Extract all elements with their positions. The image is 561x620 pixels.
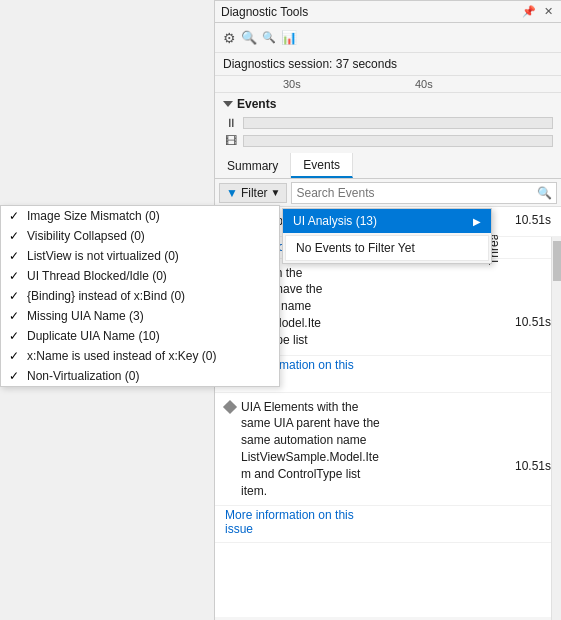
event-row-camera: 🎞 — [223, 133, 553, 149]
panel-titlebar: Diagnostic Tools 📌 ✕ — [215, 1, 561, 23]
no-events-item: No Events to Filter Yet — [285, 235, 489, 261]
filter-button[interactable]: ▼ Filter ▼ — [219, 183, 287, 203]
no-events-label: No Events to Filter Yet — [296, 241, 415, 255]
checklist-item-3[interactable]: ✓ UI Thread Blocked/Idle (0) — [1, 266, 279, 286]
check-icon-4: ✓ — [9, 289, 21, 303]
pause-icon: ⏸ — [223, 115, 239, 131]
content-timestamp-1: 10.51s — [515, 213, 551, 227]
scrollbar-thumb[interactable] — [553, 241, 561, 281]
checklist-item-6[interactable]: ✓ Duplicate UIA Name (10) — [1, 326, 279, 346]
search-box: 🔍 — [291, 182, 557, 204]
content-text-5d: ListViewSample.Model.Ite — [241, 449, 509, 466]
check-icon-6: ✓ — [9, 329, 21, 343]
content-text-5b: same UIA parent have the — [241, 415, 509, 432]
content-text-5a: UIA Elements with the — [241, 399, 509, 416]
tab-summary[interactable]: Summary — [215, 153, 291, 178]
checklist-label-6: Duplicate UIA Name (10) — [27, 329, 160, 343]
check-icon-2: ✓ — [9, 249, 21, 263]
dropdown-menu: UI Analysis (13) ▶ No Events to Filter Y… — [282, 208, 492, 264]
checklist-label-4: {Binding} instead of x:Bind (0) — [27, 289, 185, 303]
chart-icon[interactable]: 📊 — [281, 30, 297, 46]
dropdown-item-ui-analysis[interactable]: UI Analysis (13) ▶ — [283, 209, 491, 233]
checklist-item-0[interactable]: ✓ Image Size Mismatch (0) — [1, 206, 279, 226]
checklist-item-5[interactable]: ✓ Missing UIA Name (3) — [1, 306, 279, 326]
checklist-label-5: Missing UIA Name (3) — [27, 309, 144, 323]
events-header: Events — [223, 97, 553, 111]
event-row-pause: ⏸ — [223, 115, 553, 131]
filter-bar: ▼ Filter ▼ 🔍 — [215, 179, 561, 207]
dropdown-item-ui-analysis-label: UI Analysis (13) — [293, 214, 377, 228]
content-item-6: More information on this issue — [215, 506, 561, 543]
checklist-label-3: UI Thread Blocked/Idle (0) — [27, 269, 167, 283]
events-section: Events ⏸ 🎞 — [215, 93, 561, 153]
ruler-40s: 40s — [415, 78, 433, 90]
collapse-icon[interactable] — [223, 101, 233, 107]
checklist-item-2[interactable]: ✓ ListView is not virtualized (0) — [1, 246, 279, 266]
check-icon-5: ✓ — [9, 309, 21, 323]
session-label: Diagnostics session: 37 seconds — [223, 57, 397, 71]
filter-icon: ▼ — [226, 186, 238, 200]
tab-events[interactable]: Events — [291, 153, 353, 178]
event-bar-1 — [243, 117, 553, 129]
content-timestamp-5: 10.51s — [515, 459, 551, 473]
panel-title: Diagnostic Tools — [221, 5, 308, 19]
zoom-in-icon[interactable]: 🔍 — [241, 30, 257, 46]
checklist-label-0: Image Size Mismatch (0) — [27, 209, 160, 223]
check-icon-8: ✓ — [9, 369, 21, 383]
camera-icon: 🎞 — [223, 133, 239, 149]
filter-dropdown-arrow: ▼ — [271, 187, 281, 198]
close-icon[interactable]: ✕ — [542, 5, 555, 18]
timeline-ruler: 30s 40s — [215, 76, 561, 93]
zoom-out-icon[interactable]: 🔍 — [261, 30, 277, 46]
content-text-5e: m and ControlType list — [241, 466, 509, 483]
checklist-item-4[interactable]: ✓ {Binding} instead of x:Bind (0) — [1, 286, 279, 306]
tab-bar: Summary Events — [215, 153, 561, 179]
check-icon-0: ✓ — [9, 209, 21, 223]
search-icon[interactable]: 🔍 — [537, 186, 552, 200]
event-bar-2 — [243, 135, 553, 147]
check-icon-3: ✓ — [9, 269, 21, 283]
content-text-5c: same automation name — [241, 432, 509, 449]
diamond-icon — [223, 400, 237, 414]
scrollbar-track[interactable] — [551, 237, 561, 620]
content-item-row-5: UIA Elements with the same UIA parent ha… — [225, 399, 551, 500]
checklist-panel: ✓ Image Size Mismatch (0) ✓ Visibility C… — [0, 205, 280, 387]
ruler-30s: 30s — [283, 78, 301, 90]
more-info-link-2b[interactable]: issue — [225, 522, 253, 536]
check-icon-7: ✓ — [9, 349, 21, 363]
content-item-5: UIA Elements with the same UIA parent ha… — [215, 393, 561, 507]
titlebar-controls: 📌 ✕ — [520, 5, 555, 18]
search-input[interactable] — [296, 186, 537, 200]
checklist-label-2: ListView is not virtualized (0) — [27, 249, 179, 263]
check-icon-1: ✓ — [9, 229, 21, 243]
checklist-label-8: Non-Virtualization (0) — [27, 369, 140, 383]
events-rows: ⏸ 🎞 — [223, 115, 553, 149]
content-timestamp-3: 10.51s — [515, 315, 551, 329]
content-text-5f: item. — [241, 483, 509, 500]
events-label: Events — [237, 97, 276, 111]
toolbar: ⚙ 🔍 🔍 📊 — [215, 23, 561, 53]
checklist-item-1[interactable]: ✓ Visibility Collapsed (0) — [1, 226, 279, 246]
more-info-link-2[interactable]: More information on this — [225, 508, 354, 522]
filter-label: Filter — [241, 186, 268, 200]
session-bar: Diagnostics session: 37 seconds — [215, 53, 561, 76]
settings-icon[interactable]: ⚙ — [221, 30, 237, 46]
dropdown-submenu-arrow: ▶ — [473, 216, 481, 227]
checklist-item-7[interactable]: ✓ x:Name is used instead of x:Key (0) — [1, 346, 279, 366]
pin-icon[interactable]: 📌 — [520, 5, 538, 18]
checklist-label-7: x:Name is used instead of x:Key (0) — [27, 349, 216, 363]
checklist-label-1: Visibility Collapsed (0) — [27, 229, 145, 243]
checklist-item-8[interactable]: ✓ Non-Virtualization (0) — [1, 366, 279, 386]
